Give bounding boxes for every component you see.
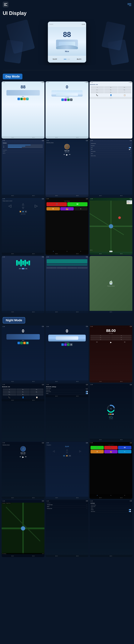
- ndial-9[interactable]: *: [30, 394, 44, 396]
- wifi-icon-7[interactable]: 📶: [19, 210, 22, 213]
- ndial-7[interactable]: 7—: [3, 394, 16, 396]
- contacts-icon-n4[interactable]: 👤: [22, 396, 24, 398]
- setting-1-6[interactable]: Ringtone/App ›: [90, 142, 132, 145]
- eq-slider-3[interactable]: [111, 416, 111, 420]
- toggle-power[interactable]: [86, 393, 88, 394]
- setting-5-6[interactable]: Logo setting ›: [90, 150, 132, 153]
- volume-track[interactable]: [8, 146, 43, 146]
- app-icon-2[interactable]: 📱: [20, 98, 23, 100]
- nsetting-5[interactable]: Night Mode: [90, 511, 132, 512]
- dial-5[interactable]: 5—: [104, 89, 118, 91]
- setting-3-6[interactable]: GPS: [90, 147, 132, 149]
- night-icon-2-n8[interactable]: 📶: [66, 455, 68, 457]
- bt-row-3-n5[interactable]: Auto connect: [46, 391, 88, 393]
- cp-maps-n9[interactable]: 🗺: [118, 446, 132, 450]
- brightness-track[interactable]: [8, 145, 43, 145]
- menu-button[interactable]: [128, 3, 131, 6]
- cp-podcast-n9[interactable]: 🎙: [90, 450, 104, 454]
- rp-4[interactable]: P4: [111, 337, 132, 338]
- go-button-9[interactable]: GO: [110, 251, 112, 252]
- ndial-2[interactable]: 2—: [16, 388, 30, 391]
- carplay-maps-8[interactable]: 🗺: [67, 202, 88, 206]
- setting-7-6[interactable]: Radio setting ›: [90, 155, 132, 157]
- arrow-down[interactable]: ▽: [22, 206, 24, 210]
- night-app-4[interactable]: 🗺: [26, 342, 28, 344]
- setting-4-6[interactable]: WiFi: [90, 149, 132, 150]
- rp-5[interactable]: P5: [90, 339, 111, 340]
- night-app-3[interactable]: ⚙: [23, 342, 26, 344]
- night2-app-3[interactable]: 📲: [67, 344, 70, 346]
- arrow-up[interactable]: △: [22, 202, 24, 206]
- nsetting-1[interactable]: Factory Reset ›: [90, 504, 132, 506]
- night-icon-3-n8[interactable]: ⚙: [69, 455, 71, 457]
- preset-4-11[interactable]: ···: [78, 267, 87, 269]
- ndial-8[interactable]: 8—: [16, 394, 30, 396]
- cp-phone-n9[interactable]: 📞: [104, 446, 118, 450]
- bt-icon-7[interactable]: 🔷: [22, 210, 24, 213]
- dial-9[interactable]: *: [118, 91, 131, 93]
- hamburger-icon[interactable]: [4, 3, 7, 6]
- dial-4[interactable]: 4—: [91, 89, 104, 91]
- toggle-display[interactable]: [129, 509, 131, 510]
- dial-2[interactable]: 2—: [104, 86, 118, 88]
- next-btn-5[interactable]: ⏭: [69, 154, 70, 156]
- eq-slider-2[interactable]: [110, 416, 110, 420]
- play-btn-5[interactable]: ▶: [66, 154, 68, 156]
- setting-6-6[interactable]: Other ›: [90, 153, 132, 155]
- eq-slider-1[interactable]: [109, 416, 110, 420]
- preset-1-11[interactable]: ···: [46, 267, 56, 269]
- night2-app-2[interactable]: 🎵: [64, 344, 67, 346]
- nsetting-3[interactable]: About ›: [90, 507, 132, 509]
- nav-item-3-n11[interactable]: Factory Nav ›: [46, 508, 87, 509]
- arrow-left[interactable]: ◁: [8, 204, 11, 208]
- preset-2-11[interactable]: ···: [57, 267, 67, 269]
- rp-6[interactable]: P6: [111, 339, 132, 340]
- ndial-5[interactable]: 5—: [16, 391, 30, 393]
- night-app-1[interactable]: ♪: [18, 342, 20, 344]
- night-arrow-d-n8[interactable]: ▽: [66, 451, 68, 454]
- ndial-3[interactable]: 3—: [30, 388, 44, 391]
- eq-slider-4[interactable]: [112, 416, 112, 420]
- dial-8[interactable]: 8—: [104, 91, 118, 93]
- play-btn-n7[interactable]: ▶: [22, 456, 24, 458]
- carplay-radio-8[interactable]: 📻: [60, 207, 74, 210]
- dial-7[interactable]: 7—: [91, 91, 104, 93]
- night-arrow-u-n8[interactable]: △: [66, 448, 68, 451]
- prev-btn-5[interactable]: ⏮: [64, 154, 65, 156]
- night-arrow-r-n8[interactable]: ▷: [79, 450, 81, 453]
- ndial-1[interactable]: 1: [3, 388, 16, 391]
- bt-row-2-n5[interactable]: Device pin 0000: [46, 390, 88, 391]
- toggle-autoconnect[interactable]: [86, 391, 88, 392]
- night-icon-1-n8[interactable]: 🔷: [63, 455, 65, 457]
- bt-row-1-n5[interactable]: Device name Car87: [46, 388, 88, 390]
- app-icon-3[interactable]: ⚙: [23, 98, 26, 100]
- ctrl-next-10[interactable]: ⏭: [25, 268, 28, 269]
- contacts-icon-3[interactable]: 👤: [110, 94, 112, 96]
- ndial-6[interactable]: 6—: [30, 391, 44, 393]
- radio-prev-n3[interactable]: ⏮: [96, 341, 98, 344]
- radio-next-n3[interactable]: ⏭: [124, 341, 126, 344]
- app2-icon-1[interactable]: ♪: [62, 98, 64, 101]
- carplay-other-8[interactable]: ▪: [74, 207, 88, 210]
- night2-app-1[interactable]: ♪: [62, 344, 64, 346]
- night2-app-4[interactable]: ⚙: [70, 344, 72, 346]
- ctrl-play-10[interactable]: ▶: [22, 268, 24, 269]
- dial-1[interactable]: 1: [91, 86, 104, 88]
- toggle-wifi[interactable]: [129, 149, 131, 150]
- nav-item-1-n11[interactable]: Google Maps ›: [46, 504, 87, 506]
- dial-6[interactable]: 6—: [118, 89, 131, 91]
- prev-btn-n7[interactable]: ⏮: [20, 456, 21, 458]
- cp-radio-n9[interactable]: 📻: [104, 450, 118, 454]
- radio-play-n3[interactable]: ▶: [110, 341, 112, 344]
- app2-icon-2[interactable]: 🎵: [64, 98, 67, 101]
- call-icon-n4[interactable]: 📞: [8, 396, 10, 398]
- cp-music-n9[interactable]: 🎵: [90, 446, 104, 450]
- next-btn-n7[interactable]: ⏭: [25, 456, 27, 458]
- app-icon-1[interactable]: ♪: [18, 98, 20, 100]
- bt-row-4-n5[interactable]: Power: [46, 393, 88, 394]
- recent-icon-n4[interactable]: 📋: [36, 396, 38, 398]
- nav-track[interactable]: [8, 147, 43, 148]
- toggle-night[interactable]: [129, 511, 131, 512]
- eq-slider-5[interactable]: [112, 416, 113, 420]
- nav-item-2-n11[interactable]: Waze ›: [46, 506, 87, 508]
